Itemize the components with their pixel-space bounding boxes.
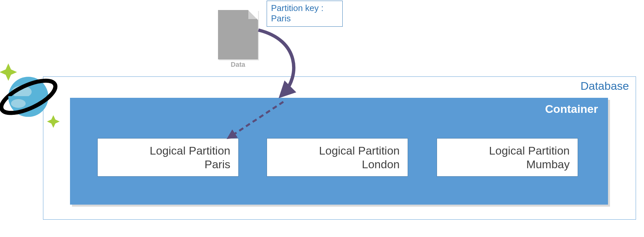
logical-partition-mumbay: Logical Partition Mumbay [437,138,578,177]
partition-key-value: Paris [271,13,338,24]
partition-value: Paris [205,158,230,171]
document-caption: Data [217,61,259,68]
partition-value: Mumbay [526,158,570,171]
partition-value: London [362,158,400,171]
partition-title: Logical Partition [489,144,570,158]
container-label: Container [545,102,598,115]
svg-point-6 [11,99,26,108]
partition-title: Logical Partition [150,144,230,158]
partition-title: Logical Partition [319,144,400,158]
partition-key-label: Partition key : [271,3,338,13]
logical-partition-paris: Logical Partition Paris [97,138,239,177]
document-fold-corner [248,10,258,20]
cosmos-db-logo-icon [0,60,63,130]
partition-key-callout: Partition key : Paris [267,1,343,27]
database-label: Database [580,79,629,92]
logical-partition-london: Logical Partition London [267,138,408,177]
